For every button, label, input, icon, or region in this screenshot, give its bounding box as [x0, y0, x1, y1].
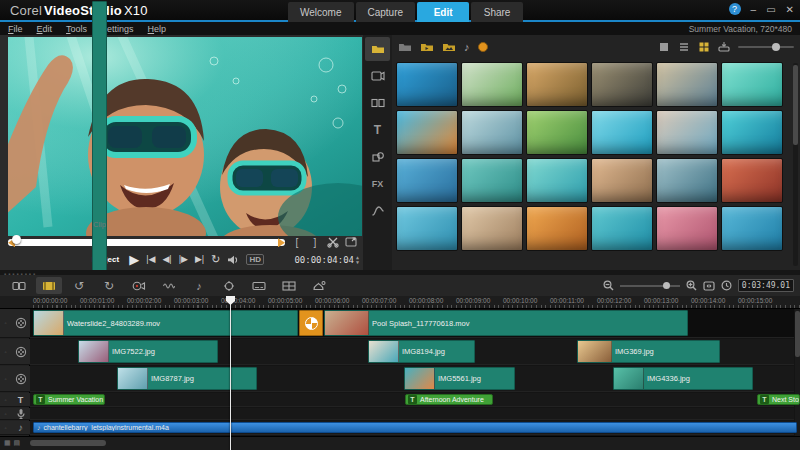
music-clip[interactable]: ♪chantellebarry_letsplayinstrumental.m4a [33, 422, 797, 433]
media-thumbnail[interactable] [591, 206, 653, 251]
auto-music-button[interactable]: ♪ [186, 277, 212, 294]
library-nav-motion-path[interactable] [365, 199, 390, 223]
media-thumbnail[interactable] [461, 110, 523, 155]
library-nav-title[interactable]: T [365, 118, 390, 142]
media-thumbnail[interactable] [721, 206, 783, 251]
tab-share[interactable]: Share [471, 2, 523, 22]
subtitle-editor-button[interactable] [246, 277, 272, 294]
repeat-button[interactable]: ↻ [211, 254, 220, 265]
media-thumbnail[interactable] [461, 158, 523, 203]
media-thumbnail[interactable] [396, 158, 458, 203]
record-capture-option-button[interactable] [126, 277, 152, 294]
media-thumbnail[interactable] [461, 206, 523, 251]
media-thumbnail[interactable] [721, 158, 783, 203]
menu-help[interactable]: Help [148, 24, 167, 34]
library-nav-media[interactable] [365, 37, 390, 61]
title-clip[interactable]: TNext Stop [757, 394, 800, 405]
enlarge-preview-icon[interactable] [345, 236, 357, 250]
thumbnail-view-icon[interactable] [698, 41, 710, 53]
media-thumbnail[interactable] [591, 158, 653, 203]
import-media-icon[interactable] [718, 41, 730, 53]
library-nav-instant-project[interactable] [365, 64, 390, 88]
preview-video[interactable] [8, 37, 362, 236]
gallery-folder-icon[interactable] [398, 41, 412, 53]
motion-tracking-button[interactable] [216, 277, 242, 294]
timeline-clip[interactable]: IMG5561.jpg [404, 367, 515, 390]
menu-tools[interactable]: Tools [66, 24, 87, 34]
track-toggle-icon[interactable]: ◦ [0, 425, 11, 431]
show-audio-icon[interactable]: ♪ [464, 41, 470, 53]
overlay-track-2-header[interactable]: ◦ [0, 366, 30, 392]
mark-in-icon[interactable]: [ [291, 237, 303, 248]
volume-button[interactable] [227, 254, 239, 266]
prev-frame-button[interactable]: ◀| [162, 255, 171, 264]
restore-icon[interactable]: ▭ [766, 4, 775, 15]
project-duration-value[interactable]: 0:03:49.01 [738, 279, 794, 292]
media-thumbnail[interactable] [656, 110, 718, 155]
home-button[interactable]: |◀ [146, 255, 155, 264]
timeline-clip[interactable]: IMG7522.jpg [78, 340, 218, 363]
scrubber-knob[interactable] [12, 235, 21, 244]
media-thumbnail[interactable] [526, 206, 588, 251]
overlay-track-2-content[interactable]: IMG8787.jpgIMG5561.jpgIMG4336.jpg [30, 366, 794, 392]
timeline-clip[interactable]: IMG4336.jpg [613, 367, 753, 390]
timeline-view-button[interactable] [36, 277, 62, 294]
mark-out-icon[interactable]: ] [309, 237, 321, 248]
media-thumbnail[interactable] [721, 110, 783, 155]
title-track-header[interactable]: ◦T [0, 393, 30, 407]
title-clip[interactable]: TAfternoon Adventure [405, 394, 493, 405]
media-thumbnail[interactable] [656, 158, 718, 203]
split-clip-icon[interactable] [327, 236, 339, 250]
title-track-content[interactable]: TSummer VacationTAfternoon AdventureTNex… [30, 393, 794, 407]
storyboard-view-button[interactable] [6, 277, 32, 294]
tab-capture[interactable]: Capture [356, 2, 416, 22]
next-frame-button[interactable]: |▶ [179, 255, 188, 264]
show-videos-icon[interactable] [420, 41, 434, 53]
close-icon[interactable]: ✕ [786, 4, 794, 15]
video-track-header[interactable]: ◦ [0, 309, 30, 338]
timeline-clip[interactable]: IMG369.jpg [577, 340, 720, 363]
split-screen-template-button[interactable] [276, 277, 302, 294]
preview-timecode[interactable]: 00:00:04:04 ▲▼ [294, 255, 359, 265]
media-thumbnail[interactable] [591, 110, 653, 155]
mask-creator-button[interactable] [306, 277, 332, 294]
hd-toggle[interactable]: HD [246, 254, 264, 265]
timeline-ruler[interactable]: 00:00:00:0000:00:01:0000:00:02:0000:00:0… [0, 296, 800, 309]
library-nav-filter[interactable]: FX [365, 172, 390, 196]
timecode-stepper-icon[interactable]: ▲▼ [356, 255, 359, 265]
undo-button[interactable]: ↺ [66, 277, 92, 294]
video-track-content[interactable]: Waterslide2_84803289.movPool Splash_1177… [30, 309, 794, 338]
transition-clip[interactable] [299, 310, 323, 336]
media-thumbnail[interactable] [721, 62, 783, 107]
track-toggle-icon[interactable]: ◦ [0, 411, 11, 417]
timeline-zoom-slider[interactable] [620, 285, 680, 287]
media-thumbnail[interactable] [396, 110, 458, 155]
music-track-header[interactable]: ◦♪ [0, 421, 30, 435]
record-import-icon[interactable] [478, 42, 488, 52]
media-thumbnail[interactable] [526, 62, 588, 107]
timeline-clip[interactable]: Waterslide2_84803289.mov [33, 310, 298, 336]
library-zoom-slider[interactable] [738, 46, 794, 48]
voice-track-header[interactable]: ◦ [0, 408, 30, 420]
fit-project-icon[interactable] [703, 281, 715, 291]
play-button[interactable]: ▶ [129, 253, 139, 266]
trim-end-handle[interactable] [278, 238, 285, 247]
timeline-hscrollbar[interactable] [30, 440, 106, 446]
timeline-clip[interactable]: Pool Splash_117770618.mov [324, 310, 688, 336]
trim-bar[interactable] [8, 239, 285, 246]
library-nav-graphic[interactable] [365, 145, 390, 169]
tab-welcome[interactable]: Welcome [288, 2, 354, 22]
timeline-playhead[interactable] [230, 296, 231, 450]
media-thumbnail[interactable] [591, 62, 653, 107]
zoom-in-icon[interactable] [686, 280, 697, 291]
timeline-clip[interactable]: IMG8787.jpg [117, 367, 257, 390]
end-button[interactable]: ▶| [195, 255, 204, 264]
music-track-content[interactable]: ♪chantellebarry_letsplayinstrumental.m4a [30, 421, 794, 435]
menu-edit[interactable]: Edit [37, 24, 53, 34]
compact-view-icon[interactable] [658, 41, 670, 53]
library-nav-transition[interactable] [365, 91, 390, 115]
track-toggle-icon[interactable]: ◦ [0, 320, 11, 326]
list-view-icon[interactable] [678, 41, 690, 53]
sound-mixer-button[interactable] [156, 277, 182, 294]
playback-mode-toggle[interactable]: Project Clip [92, 256, 119, 264]
